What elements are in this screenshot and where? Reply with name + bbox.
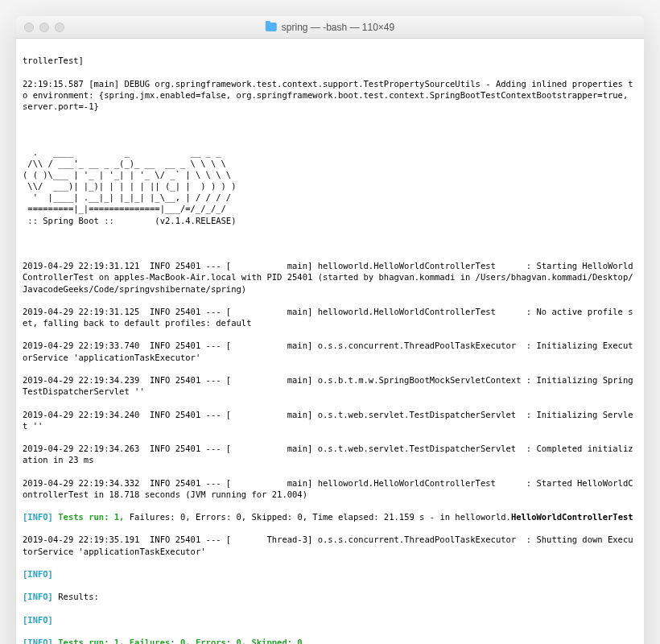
titlebar: spring — -bash — 110×49 xyxy=(16,16,644,39)
terminal-window: spring — -bash — 110×49 trollerTest] 22:… xyxy=(16,16,644,644)
info-tag: [INFO] xyxy=(23,638,53,644)
log-line: 22:19:15.587 [main] DEBUG org.springfram… xyxy=(23,78,637,113)
info-tag: [INFO] xyxy=(23,569,53,579)
blank-line xyxy=(23,237,637,249)
log-line: trollerTest] xyxy=(23,55,637,66)
close-icon[interactable] xyxy=(24,23,34,32)
log-line: 2019-04-29 22:19:34.332 INFO 25401 --- [… xyxy=(23,477,637,500)
blank-line xyxy=(23,123,637,134)
tests-line: [INFO] Tests run: 1, Failures: 0, Errors… xyxy=(23,511,637,522)
info-line: [INFO] xyxy=(23,614,637,625)
log-line: 2019-04-29 22:19:35.191 INFO 25401 --- [… xyxy=(23,534,637,556)
log-line: 2019-04-29 22:19:34.240 INFO 25401 --- [… xyxy=(23,409,637,431)
log-line: 2019-04-29 22:19:33.740 INFO 25401 --- [… xyxy=(23,340,637,362)
log-line: 2019-04-29 22:19:34.239 INFO 25401 --- [… xyxy=(23,374,637,397)
tests-run: Tests run: 1, xyxy=(53,512,125,522)
info-line: [INFO] Results: xyxy=(23,591,637,602)
title-text: spring — -bash — 110×49 xyxy=(282,22,394,33)
info-tag: [INFO] xyxy=(23,615,53,625)
tests-class: HelloWorldControllerTest xyxy=(511,512,633,522)
spring-banner: . ____ _ __ _ _ /\\ / ___'_ __ _ _(_)_ _… xyxy=(23,147,637,226)
traffic-lights xyxy=(24,23,64,32)
zoom-icon[interactable] xyxy=(55,23,64,32)
test-summary: Tests run: 1, Failures: 0, Errors: 0, Sk… xyxy=(53,638,303,644)
tests-rest: Failures: 0, Errors: 0, Skipped: 0, Time… xyxy=(124,512,510,522)
folder-icon xyxy=(266,23,277,31)
info-line: [INFO] xyxy=(23,568,637,580)
log-line: 2019-04-29 22:19:31.125 INFO 25401 --- [… xyxy=(23,306,637,328)
window-title: spring — -bash — 110×49 xyxy=(266,22,394,33)
terminal-body[interactable]: trollerTest] 22:19:15.587 [main] DEBUG o… xyxy=(16,39,644,644)
results-label: Results: xyxy=(53,592,99,601)
info-tag: [INFO] xyxy=(23,592,53,601)
info-tag: [INFO] xyxy=(23,512,53,522)
log-line: 2019-04-29 22:19:31.121 INFO 25401 --- [… xyxy=(23,260,637,295)
minimize-icon[interactable] xyxy=(39,23,49,32)
info-line: [INFO] Tests run: 1, Failures: 0, Errors… xyxy=(23,637,637,644)
log-line: 2019-04-29 22:19:34.263 INFO 25401 --- [… xyxy=(23,443,637,465)
